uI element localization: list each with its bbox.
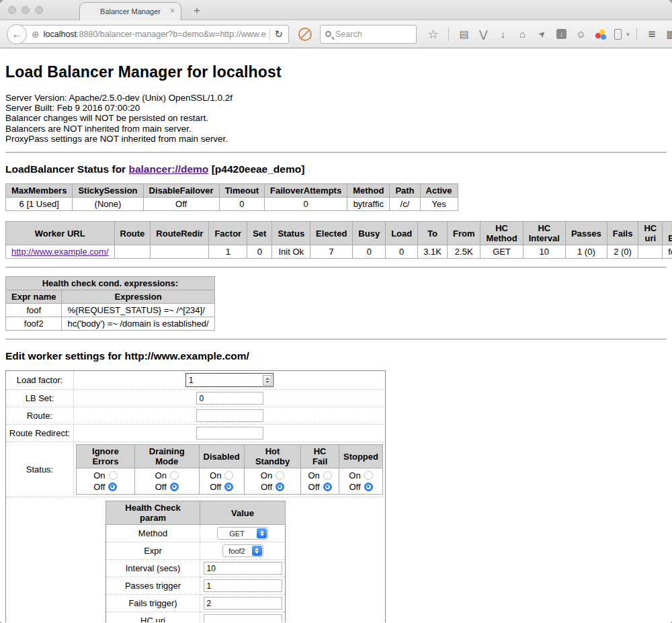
load-factor-input[interactable] (186, 375, 263, 386)
close-window-button[interactable] (8, 6, 16, 14)
off-label: Off (308, 482, 320, 492)
interval-input[interactable] (204, 562, 282, 575)
stopped-on-radio[interactable] (364, 471, 373, 480)
col-hc-method: HC Method (480, 222, 523, 245)
reading-list-icon[interactable]: ▤ (454, 28, 474, 40)
form-row-lb-set: LB Set: (6, 390, 386, 407)
disabled-on-radio[interactable] (224, 471, 233, 480)
send-tab-icon[interactable]: ➤ (532, 24, 552, 44)
url-bar[interactable]: ⊕ localhost:8880/balancer-manager?b=demo… (16, 25, 289, 44)
site-identity-globe-icon[interactable]: ⊕ (32, 29, 40, 40)
hc-row-fails: Fails trigger) (106, 595, 286, 612)
route-label: Route: (6, 407, 74, 425)
ignore-errors-off-radio[interactable] (108, 483, 117, 491)
downloads-icon[interactable]: ↓ (493, 28, 513, 40)
zoom-window-button[interactable] (35, 6, 43, 14)
expr-table-title: Health check cond. expressions: (6, 277, 215, 290)
status-heading-prefix: LoadBalancer Status for (5, 163, 128, 175)
hot-standby-off-radio[interactable] (276, 483, 284, 491)
hc-expr-value: foof2 (663, 245, 672, 259)
passes-value: 1 (0) (565, 245, 607, 259)
status-header-row: Ignore Errors Draining Mode Disabled Hot… (77, 445, 383, 468)
hc-fail-on-radio[interactable] (323, 471, 332, 480)
lb-set-input[interactable] (196, 392, 263, 405)
form-row-status: Status: Ignore Errors Draining Mode Disa… (6, 442, 386, 497)
tab-balancer-manager[interactable]: Balancer Manager × (79, 2, 181, 20)
col-elected: Elected (310, 222, 353, 245)
ignore-errors-on-radio[interactable] (109, 471, 118, 480)
off-label: Off (210, 482, 221, 492)
page-tools-icon[interactable] (610, 29, 625, 40)
back-arrow-icon: ← (12, 28, 22, 40)
colors-extension-icon[interactable] (591, 28, 610, 41)
balancer-demo-link[interactable]: balancer://demo (128, 163, 208, 175)
minimize-window-button[interactable] (22, 6, 30, 14)
bookmark-star-icon[interactable]: ☆ (423, 27, 443, 42)
col-expr-name: Expr name (6, 290, 62, 304)
search-input[interactable] (335, 30, 411, 39)
content-blocker-icon[interactable] (298, 28, 312, 41)
close-tab-icon[interactable]: × (170, 7, 175, 15)
pocket-icon[interactable]: ⋁ (474, 28, 493, 40)
status-value: Init Ok (272, 245, 310, 259)
status-flags-table: Ignore Errors Draining Mode Disabled Hot… (76, 444, 383, 495)
page-tools-caret-icon[interactable]: ▾ (626, 31, 630, 38)
disabled-off-radio[interactable] (224, 483, 233, 491)
hamburger-menu-icon[interactable]: ≡ (642, 27, 662, 42)
col-stickysession: StickySession (73, 184, 143, 198)
set-value: 0 (247, 245, 272, 259)
expr-name: foof2 (6, 317, 62, 331)
hc-row-hc-uri: HC uri (106, 612, 286, 622)
route-redirect-input[interactable] (196, 427, 263, 440)
method-select[interactable]: GET (217, 527, 268, 540)
factor-value: 1 (209, 245, 247, 259)
hc-fail-off-radio[interactable] (323, 483, 332, 491)
col-hc-expr: HC Expr (663, 222, 672, 245)
table-header-row: MaxMembers StickySession DisableFailover… (6, 184, 458, 198)
col-path: Path (390, 184, 420, 198)
expr-label: Expr (106, 542, 200, 560)
fails-input[interactable] (204, 597, 282, 610)
reload-icon[interactable]: ↻ (274, 28, 283, 40)
number-stepper-icon[interactable] (263, 375, 271, 386)
health-check-expressions-table: Health check cond. expressions: Expr nam… (5, 276, 215, 331)
worker-url-link[interactable]: http://www.example.com/ (11, 247, 109, 257)
url-text[interactable]: localhost:8880/balancer-manager?b=demo&w… (44, 30, 266, 39)
expr-select[interactable]: foof2 (222, 544, 263, 557)
form-row-health-check: Health Check param Value Method GET (6, 497, 386, 622)
hot-standby-on-radio[interactable] (276, 471, 284, 480)
passes-input[interactable] (204, 579, 282, 592)
back-button[interactable]: ← (7, 24, 27, 44)
col-maxmembers: MaxMembers (6, 184, 73, 198)
expr-name: foof (6, 304, 62, 317)
table-header-row: Expr name Expression (6, 290, 215, 304)
draining-mode-on-radio[interactable] (170, 471, 179, 480)
load-factor-stepper[interactable] (185, 373, 274, 387)
draining-mode-off-radio[interactable] (170, 483, 179, 491)
save-to-device-icon[interactable]: ↓ (552, 29, 571, 39)
new-tab-button[interactable]: + (194, 4, 200, 17)
hc-uri-input[interactable] (204, 614, 282, 622)
on-label: On (349, 470, 360, 481)
expr-row: foof2 hc('body') =~ /domain is establish… (6, 317, 215, 331)
col-status: Status (272, 222, 310, 245)
home-icon[interactable]: ⌂ (513, 28, 532, 40)
routeredir-value (151, 245, 209, 259)
stopped-off-radio[interactable] (364, 483, 373, 491)
status-radio-row: On Off On Off On Off (77, 468, 383, 495)
col-expression: Expression (62, 290, 214, 304)
feedback-smiley-icon[interactable]: ☺ (571, 28, 591, 40)
col-disablefailover: DisableFailover (143, 184, 219, 198)
balancer-status-table: MaxMembers StickySession DisableFailover… (5, 183, 458, 211)
load-value: 0 (386, 245, 418, 259)
method-value: bytraffic (347, 198, 390, 211)
search-bar[interactable] (320, 25, 417, 44)
col-set: Set (247, 222, 272, 245)
worker-row: http://www.example.com/ 1 0 Init Ok 7 0 … (6, 245, 672, 259)
page-content: Load Balancer Manager for localhost Serv… (0, 48, 672, 622)
on-label: On (155, 470, 167, 481)
off-label: Off (155, 482, 167, 492)
apps-grid-icon[interactable]: ▦ (662, 28, 672, 40)
expr-select-value: foof2 (223, 547, 251, 555)
route-input[interactable] (196, 409, 263, 422)
